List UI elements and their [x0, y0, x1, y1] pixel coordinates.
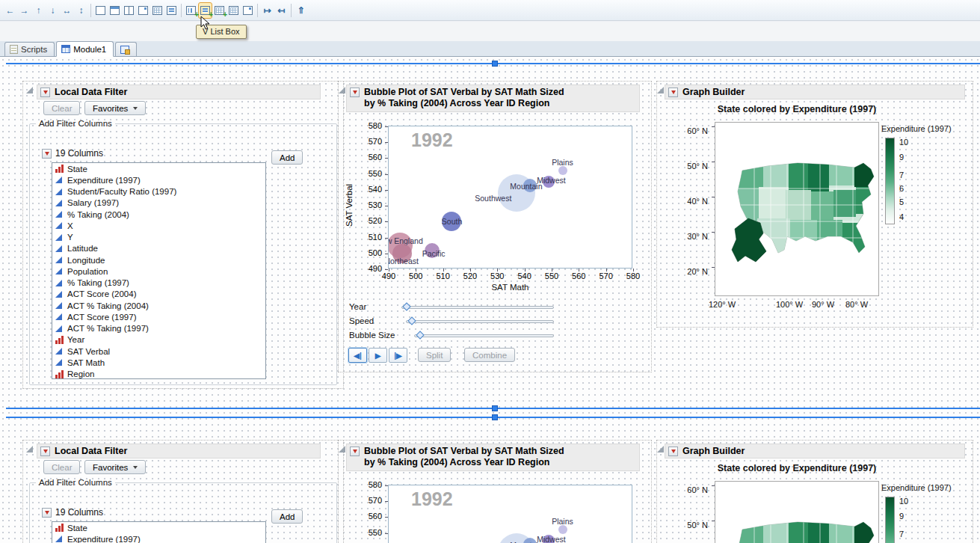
step-forward-button[interactable]: |▶ — [389, 348, 407, 363]
h-list-box-icon[interactable] — [184, 2, 198, 19]
disclosure-triangle-icon[interactable] — [657, 87, 664, 93]
distribute-horizontal-icon[interactable]: ↔ — [60, 2, 74, 19]
bubble-point[interactable] — [558, 525, 567, 534]
red-triangle-menu-icon[interactable] — [42, 508, 52, 518]
resize-handle[interactable] — [492, 61, 498, 67]
list-item[interactable]: ACT % Taking (2004) — [52, 300, 265, 311]
distribute-vertical-icon[interactable]: ↕ — [74, 2, 88, 19]
disclosure-triangle-icon[interactable] — [26, 446, 33, 452]
red-triangle-menu-icon[interactable] — [350, 88, 360, 97]
legend-gradient[interactable] — [885, 138, 895, 224]
tab-box-icon[interactable] — [136, 2, 150, 19]
red-triangle-menu-icon[interactable] — [40, 447, 50, 456]
align-right-icon[interactable]: → — [17, 2, 31, 19]
step-back-button[interactable]: ◀| — [348, 348, 367, 363]
list-item[interactable]: Student/Faculty Ratio (1997) — [52, 186, 265, 197]
list-item[interactable]: Population — [52, 266, 265, 277]
year-annotation: 1992 — [411, 488, 453, 510]
tab-add-module[interactable] — [115, 42, 137, 56]
list-item[interactable]: Year — [52, 334, 265, 346]
list-item[interactable]: Region — [52, 369, 265, 380]
align-bottom-icon[interactable]: ↓ — [46, 2, 60, 19]
align-top-icon[interactable]: ↑ — [31, 2, 46, 19]
red-triangle-menu-icon[interactable] — [42, 149, 52, 159]
disclosure-triangle-icon[interactable] — [339, 446, 345, 452]
favorites-button[interactable]: Favorites — [84, 101, 146, 115]
panel-box-icon[interactable] — [108, 2, 122, 19]
bubble-plot-area[interactable]: 1992 New EnglandNortheastPacificSouthSou… — [388, 126, 632, 269]
lineup-box-icon[interactable] — [212, 2, 226, 19]
resize-handle[interactable] — [492, 414, 498, 420]
border-box-icon[interactable] — [93, 2, 108, 19]
list-item[interactable]: X — [52, 220, 265, 231]
play-button[interactable]: ▶ — [369, 348, 387, 363]
combine-button[interactable]: Combine — [464, 348, 515, 362]
us-map-frame[interactable] — [715, 122, 879, 296]
table-box-icon[interactable] — [226, 2, 241, 19]
list-item[interactable]: Salary (1997) — [52, 197, 265, 209]
app-builder-canvas[interactable]: Local Data Filter Clear Favorites Add Fi… — [0, 57, 980, 543]
us-choropleth-map[interactable] — [715, 123, 879, 296]
promote-icon[interactable]: ⇑ — [294, 2, 308, 19]
graph-builder-panel[interactable]: Graph Builder State colored by Expenditu… — [656, 440, 973, 543]
bubble-plot-panel[interactable]: Bubble Plot of SAT Verbal by SAT Math Si… — [338, 440, 652, 543]
spacer-box-icon[interactable] — [150, 2, 164, 19]
column-label: Salary (1997) — [67, 198, 119, 207]
bubble-plot-panel[interactable]: Bubble Plot of SAT Verbal by SAT Math Si… — [338, 81, 652, 372]
tab-scripts[interactable]: Scripts — [4, 42, 55, 56]
list-item[interactable]: Expenditure (1997) — [52, 174, 265, 185]
add-button[interactable]: Add — [271, 150, 303, 165]
legend-gradient[interactable] — [885, 497, 895, 543]
local-data-filter-panel[interactable]: Local Data Filter Clear Favorites Add Fi… — [22, 81, 344, 389]
list-item[interactable]: ACT % Taking (1997) — [52, 323, 265, 334]
two-column-box-icon[interactable] — [122, 2, 136, 19]
disclosure-triangle-icon[interactable] — [26, 87, 33, 93]
add-button[interactable]: Add — [271, 509, 303, 524]
year-slider[interactable] — [401, 306, 554, 309]
move-out-icon[interactable]: ↤ — [274, 2, 289, 19]
clear-button[interactable]: Clear — [43, 101, 80, 115]
red-triangle-menu-icon[interactable] — [668, 88, 678, 97]
list-item[interactable]: Expenditure (1997) — [52, 533, 265, 543]
graph-builder-panel[interactable]: Graph Builder State colored by Expenditu… — [656, 81, 973, 328]
list-item[interactable]: SAT Math — [52, 357, 265, 368]
list-item[interactable]: State — [52, 163, 265, 174]
red-triangle-menu-icon[interactable] — [350, 447, 360, 456]
split-button[interactable]: Split — [418, 348, 451, 362]
us-map-frame[interactable] — [715, 481, 879, 543]
list-item[interactable]: SAT Verbal — [52, 346, 265, 357]
column-label: State — [67, 165, 87, 174]
list-item[interactable]: State — [52, 522, 265, 533]
bubble-size-slider-thumb[interactable] — [416, 331, 424, 339]
disclosure-triangle-icon[interactable] — [657, 446, 664, 452]
red-triangle-menu-icon[interactable] — [40, 88, 50, 97]
list-item[interactable]: Y — [52, 232, 265, 243]
align-left-icon[interactable]: ← — [3, 2, 17, 19]
year-slider-thumb[interactable] — [402, 302, 410, 310]
list-item[interactable]: Longitude — [52, 254, 265, 266]
speed-slider-thumb[interactable] — [407, 316, 416, 325]
list-item[interactable]: ACT Score (2004) — [52, 289, 265, 300]
filter-columns-list[interactable]: State Expenditure (1997) Student/Faculty… — [52, 162, 266, 379]
list-item[interactable]: % Taking (2004) — [52, 209, 265, 220]
resize-handle[interactable] — [492, 405, 498, 411]
move-into-icon[interactable]: ↦ — [260, 2, 274, 19]
us-choropleth-map[interactable] — [715, 482, 879, 543]
list-item[interactable]: ACT Score (1997) — [52, 311, 265, 322]
red-triangle-menu-icon[interactable] — [668, 447, 678, 456]
clear-button[interactable]: Clear — [43, 460, 80, 474]
map-y-tick-label: 20° N — [687, 267, 708, 276]
list-item[interactable]: Latitude — [52, 243, 265, 254]
tab-module1[interactable]: Module1 — [56, 41, 114, 57]
list-item[interactable]: % Taking (1997) — [52, 277, 265, 289]
speed-slider[interactable] — [406, 320, 554, 323]
graph-box-icon[interactable] — [241, 2, 255, 19]
bubble-size-slider[interactable] — [414, 334, 554, 337]
bubble-plot-area[interactable]: 1992 New EnglandNortheastPacificSouthSou… — [388, 485, 632, 543]
favorites-button[interactable]: Favorites — [84, 460, 146, 474]
text-box-icon[interactable] — [164, 2, 179, 19]
bubble-point[interactable] — [558, 166, 567, 175]
filter-columns-list[interactable]: State Expenditure (1997) Student/Faculty… — [52, 521, 266, 543]
disclosure-triangle-icon[interactable] — [339, 87, 345, 93]
local-data-filter-panel[interactable]: Local Data Filter Clear Favorites Add Fi… — [22, 440, 344, 543]
